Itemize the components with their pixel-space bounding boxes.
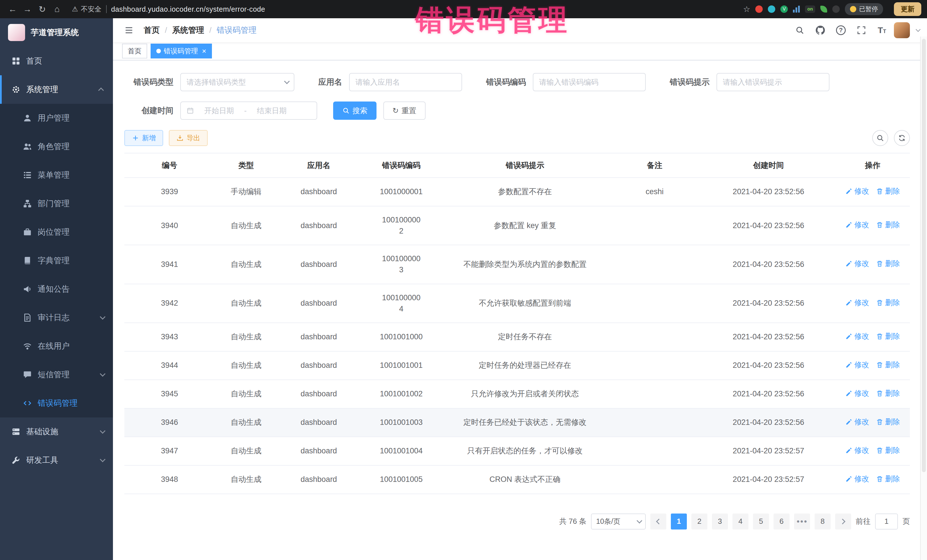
edit-link[interactable]: 修改 (845, 220, 869, 231)
security-warning[interactable]: ⚠ 不安全 (72, 5, 102, 14)
browser-update-button[interactable]: 更新 (894, 2, 921, 16)
chevron-down-icon[interactable] (916, 27, 921, 32)
end-date-input[interactable] (250, 106, 293, 115)
sidebar-item-dict[interactable]: 字典管理 (0, 246, 113, 275)
edit-link[interactable]: 修改 (845, 445, 869, 456)
sidebar-item-infra[interactable]: 基础设施 (0, 417, 113, 446)
sidebar-item-devtool[interactable]: 研发工具 (0, 446, 113, 475)
sidebar-item-system[interactable]: 系统管理 (0, 75, 113, 104)
extension-stats-icon[interactable] (793, 6, 800, 12)
help-icon[interactable]: ? (832, 22, 849, 39)
browser-forward-icon[interactable]: → (21, 2, 34, 16)
paused-badge[interactable]: 已暂停 (845, 3, 883, 15)
toggle-search-button[interactable] (872, 130, 888, 146)
delete-link[interactable]: 删除 (876, 473, 900, 484)
extension-record-icon[interactable] (755, 5, 763, 13)
pagination-page-4[interactable]: 4 (732, 513, 748, 530)
header-search-icon[interactable] (791, 22, 808, 39)
edit-link[interactable]: 修改 (845, 258, 869, 269)
scrollbar-thumb[interactable] (922, 39, 926, 472)
sidebar-item-menu[interactable]: 菜单管理 (0, 161, 113, 189)
error-hint-input[interactable] (723, 78, 823, 87)
browser-reload-icon[interactable]: ↻ (35, 2, 49, 16)
page-scrollbar[interactable] (920, 36, 927, 560)
goto-page-input[interactable] (875, 513, 898, 530)
reset-button[interactable]: ↻ 重置 (383, 102, 426, 120)
add-button[interactable]: 新增 (125, 130, 163, 146)
error-type-select[interactable]: 请选择错误码类型 (180, 73, 294, 91)
delete-link[interactable]: 删除 (876, 388, 900, 399)
sidebar-item-dept[interactable]: 部门管理 (0, 189, 113, 218)
pagination-ellipsis[interactable]: ●●● (794, 513, 810, 530)
cell: 定时任务已经处于该状态，无需修改 (442, 408, 607, 437)
delete-link[interactable]: 删除 (876, 360, 900, 370)
date-range-picker[interactable]: - (180, 102, 317, 120)
edit-link[interactable]: 修改 (845, 331, 869, 342)
edit-link[interactable]: 修改 (845, 417, 869, 427)
edit-link[interactable]: 修改 (845, 360, 869, 370)
extension-paw-icon[interactable] (832, 5, 840, 13)
bookmark-star-icon[interactable]: ☆ (743, 5, 750, 14)
error-code-input[interactable] (539, 78, 640, 87)
breadcrumb-item[interactable]: 首页 (144, 25, 160, 36)
breadcrumb-item[interactable]: 系统管理 (172, 25, 204, 36)
pagination-page-2[interactable]: 2 (691, 513, 707, 530)
extension-leaf-icon[interactable] (820, 6, 827, 12)
pagination-page-8[interactable]: 8 (815, 513, 831, 530)
app-logo[interactable]: 芋道管理系统 (0, 18, 113, 47)
sidebar-item-post[interactable]: 岗位管理 (0, 218, 113, 246)
sidebar-item-user[interactable]: 用户管理 (0, 104, 113, 132)
delete-link[interactable]: 删除 (876, 445, 900, 456)
sidebar-item-home[interactable]: 首页 (0, 47, 113, 75)
font-size-icon[interactable]: TT (873, 22, 891, 39)
avatar[interactable] (894, 22, 910, 38)
page-size-select[interactable]: 10条/页 (591, 513, 646, 530)
delete-link[interactable]: 删除 (876, 297, 900, 308)
pagination-page-6[interactable]: 6 (774, 513, 790, 530)
sidebar-item-error-code[interactable]: 错误码管理 (0, 389, 113, 417)
filter-app: 应用名 (310, 73, 462, 91)
edit-link[interactable]: 修改 (845, 186, 869, 197)
pagination-page-1[interactable]: 1 (671, 513, 687, 530)
search-button[interactable]: 搜索 (333, 102, 377, 120)
extension-check-icon[interactable]: V (780, 5, 788, 13)
tab-error-code[interactable]: 错误码管理× (150, 44, 212, 58)
close-icon[interactable]: × (202, 47, 206, 55)
cell: 1001000002 (360, 206, 442, 245)
edit-link[interactable]: 修改 (845, 473, 869, 484)
fullscreen-icon[interactable] (853, 22, 870, 39)
delete-link[interactable]: 删除 (876, 417, 900, 427)
github-icon[interactable] (812, 22, 829, 39)
browser-home-icon[interactable]: ⌂ (50, 2, 64, 16)
delete-link[interactable]: 删除 (876, 331, 900, 342)
pagination-page-3[interactable]: 3 (712, 513, 728, 530)
tab-home[interactable]: 首页 (122, 44, 147, 58)
browser-back-icon[interactable]: ← (6, 2, 20, 16)
filter-type: 错误码类型 请选择错误码类型 (125, 73, 294, 91)
sidebar-item-sms[interactable]: 短信管理 (0, 360, 113, 389)
extension-on-badge[interactable]: on (805, 5, 815, 13)
sidebar-item-role[interactable]: 角色管理 (0, 132, 113, 161)
delete-link[interactable]: 删除 (876, 258, 900, 269)
pagination-page-5[interactable]: 5 (753, 513, 769, 530)
delete-link[interactable]: 删除 (876, 220, 900, 231)
export-button[interactable]: 导出 (169, 130, 208, 146)
edit-link[interactable]: 修改 (845, 297, 869, 308)
sidebar-item-audit-log[interactable]: 审计日志 (0, 304, 113, 332)
sidebar-item-notice[interactable]: 通知公告 (0, 275, 113, 304)
app-name-input[interactable] (356, 78, 456, 87)
edit-link[interactable]: 修改 (845, 388, 869, 399)
start-date-input[interactable] (198, 106, 241, 115)
prev-page-button[interactable] (650, 513, 666, 530)
table-row: 3948自动生成dashboard1001001005CRON 表达式不正确20… (125, 465, 910, 494)
extension-drop-icon[interactable] (768, 5, 775, 13)
navbar-tools: ? TT (791, 22, 919, 39)
refresh-button[interactable] (894, 130, 910, 146)
cell: 3946 (125, 408, 215, 437)
dict-icon (23, 256, 32, 265)
delete-link[interactable]: 删除 (876, 186, 900, 197)
address-bar[interactable]: ⚠ 不安全 dashboard.yudao.iocoder.cn/system/… (72, 5, 736, 14)
next-page-button[interactable] (835, 513, 851, 530)
hamburger-icon[interactable] (121, 26, 137, 35)
sidebar-item-online-user[interactable]: 在线用户 (0, 332, 113, 360)
